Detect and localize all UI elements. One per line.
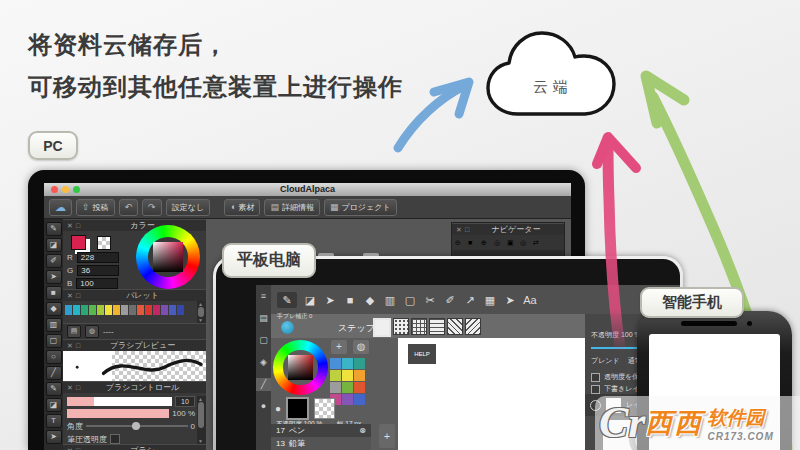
close-panel-icon[interactable]: ✕ <box>67 292 73 300</box>
color-swatch[interactable] <box>330 382 341 393</box>
select-rect-icon[interactable]: ▢ <box>403 292 417 308</box>
color-swatch[interactable] <box>121 305 128 315</box>
gradient-icon[interactable]: ▥ <box>383 292 397 308</box>
color-swatch[interactable] <box>153 305 160 315</box>
tone-pattern-icon[interactable] <box>447 318 463 335</box>
current-color-swatch[interactable] <box>286 397 309 420</box>
color-swatch[interactable] <box>97 305 104 315</box>
color-swatch[interactable] <box>330 358 341 369</box>
color-swatch[interactable] <box>342 382 353 393</box>
close-panel-icon[interactable]: ✕ <box>67 222 73 230</box>
close-panel-icon[interactable]: ✕ <box>456 226 462 234</box>
popout-panel-icon[interactable]: □ <box>76 222 80 229</box>
export-icon[interactable]: ↗ <box>463 292 477 308</box>
brush-angle-slider[interactable] <box>86 425 188 427</box>
color-swatch[interactable] <box>73 305 80 315</box>
tone-pattern-icon[interactable] <box>429 318 445 335</box>
send-icon[interactable]: ➤ <box>46 430 62 444</box>
palette-icon[interactable]: ● <box>256 400 271 413</box>
color-swatch[interactable] <box>137 305 144 315</box>
fit-icon[interactable]: ■ <box>468 238 479 248</box>
protect-alpha-checkbox[interactable] <box>591 373 600 382</box>
pointer-icon[interactable]: ➤ <box>503 292 517 308</box>
pressure-opacity-checkbox[interactable] <box>110 434 120 444</box>
saturation-value-box[interactable] <box>153 242 182 271</box>
tone-pattern-icon[interactable] <box>411 318 427 335</box>
pen-icon[interactable]: ✎ <box>277 292 297 308</box>
text-tool-icon[interactable]: Aa <box>523 292 537 308</box>
g-value-field[interactable]: 36 <box>77 265 119 276</box>
palette-scrollbar[interactable] <box>197 301 206 323</box>
edit-icon[interactable]: ✐ <box>443 292 457 308</box>
delete-swatch-button[interactable]: ◍ <box>353 340 369 354</box>
popout-panel-icon[interactable]: □ <box>76 292 80 299</box>
zoom-out-icon[interactable]: ⊖ <box>455 238 466 248</box>
pen-tool-icon[interactable]: ╱ <box>256 378 271 391</box>
tablet-canvas[interactable]: HELP <box>398 338 585 450</box>
color-swatch[interactable] <box>81 305 88 315</box>
brush-control-scrollbar[interactable] <box>197 396 206 444</box>
color-swatch[interactable] <box>342 394 353 405</box>
cursor-icon[interactable]: ➤ <box>323 292 337 308</box>
settings-button[interactable]: 設定なし <box>166 199 210 216</box>
color-swatch[interactable] <box>354 370 365 381</box>
color-swatch[interactable] <box>113 305 120 315</box>
fill-icon[interactable]: ◆ <box>46 302 62 316</box>
current-color-swatch[interactable] <box>71 235 86 250</box>
project-button[interactable]: ▦プロジェクト <box>324 199 397 216</box>
zoom-in-icon[interactable]: ⊕ <box>481 238 492 248</box>
rect-icon[interactable]: ■ <box>46 286 62 300</box>
color-swatch[interactable] <box>161 305 168 315</box>
edit-pen-icon[interactable]: ✎ <box>46 382 62 396</box>
transparent-color-swatch[interactable] <box>97 236 111 250</box>
move-icon[interactable]: ➤ <box>46 270 62 284</box>
gradient-icon[interactable]: ▥ <box>46 318 62 332</box>
tone-icon[interactable]: ◈ <box>256 356 271 369</box>
color-swatch[interactable] <box>105 305 112 315</box>
color-swatch[interactable] <box>65 305 72 315</box>
lasso-icon[interactable]: ○ <box>46 350 62 364</box>
delete-palette-icon[interactable]: ◍ <box>85 325 99 338</box>
palette-icon[interactable]: ● <box>275 403 281 414</box>
reset-icon[interactable]: ▣ <box>507 238 518 248</box>
zoom-window-icon[interactable] <box>73 186 80 193</box>
scissors-icon[interactable]: ✂ <box>423 292 437 308</box>
rotate-right-icon[interactable]: ◎ <box>520 238 531 248</box>
flip-icon[interactable]: ⇄ <box>533 238 544 248</box>
eraser-icon[interactable]: ◪ <box>46 238 62 252</box>
close-window-icon[interactable] <box>51 186 58 193</box>
pen-icon[interactable]: ✎ <box>46 222 62 236</box>
color-swatch[interactable] <box>129 305 136 315</box>
minimize-window-icon[interactable] <box>62 186 69 193</box>
remove-brush-icon[interactable]: ⊗ <box>359 426 366 435</box>
rect-icon[interactable]: ■ <box>343 292 357 308</box>
popout-panel-icon[interactable]: □ <box>76 384 80 391</box>
color-wheel[interactable] <box>273 340 328 395</box>
color-swatch[interactable] <box>342 358 353 369</box>
color-swatch[interactable] <box>342 370 353 381</box>
publish-button[interactable]: ⇧投稿 <box>76 199 115 216</box>
round-rect-icon[interactable]: ▢ <box>46 334 62 348</box>
r-value-field[interactable]: 228 <box>77 252 119 263</box>
file-icon[interactable]: ▤ <box>256 312 271 325</box>
saturation-value-box[interactable] <box>288 355 313 380</box>
menu-icon[interactable]: ≡ <box>256 290 271 303</box>
stabilizer-knob[interactable] <box>281 321 294 334</box>
color-swatch[interactable] <box>169 305 176 315</box>
tone-pattern-icon[interactable] <box>373 318 391 337</box>
color-swatch[interactable] <box>145 305 152 315</box>
popout-panel-icon[interactable]: □ <box>465 226 469 233</box>
brush-list-item[interactable]: 13 鉛筆 <box>271 437 371 450</box>
help-badge[interactable]: HELP <box>408 344 436 364</box>
color-swatch[interactable] <box>354 382 365 393</box>
text-tool-icon[interactable]: T <box>46 414 62 428</box>
rotate-left-icon[interactable]: ◎ <box>494 238 505 248</box>
select-icon[interactable]: ▢ <box>256 334 271 347</box>
close-panel-icon[interactable]: ✕ <box>67 342 73 350</box>
close-panel-icon[interactable]: ✕ <box>67 384 73 392</box>
material-button[interactable]: ◖素材 <box>224 199 260 216</box>
new-palette-icon[interactable]: ▤ <box>67 325 81 338</box>
tone-pattern-icon[interactable] <box>465 318 481 335</box>
color-swatch[interactable] <box>354 358 365 369</box>
b-value-field[interactable]: 100 <box>76 278 118 289</box>
